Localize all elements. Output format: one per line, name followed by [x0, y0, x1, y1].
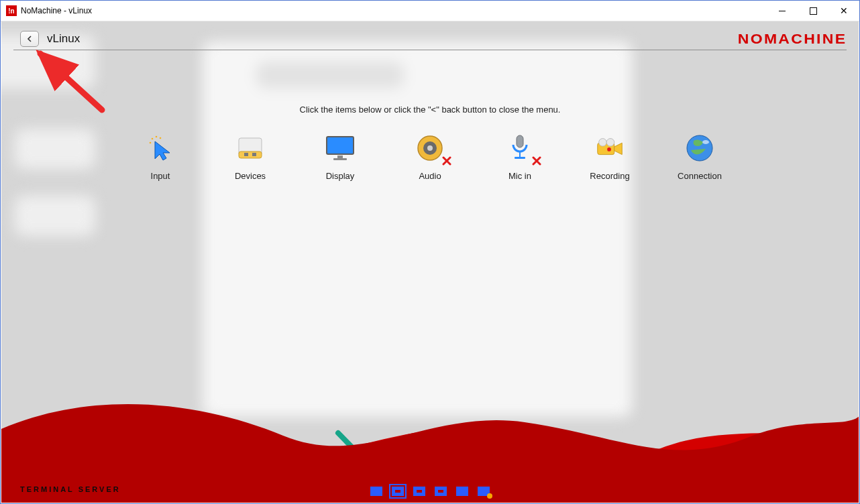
window-title: NoMachine - vLinux — [21, 6, 92, 15]
svg-rect-9 — [337, 155, 343, 158]
svg-point-18 — [599, 139, 607, 147]
svg-rect-6 — [244, 153, 248, 156]
svg-point-19 — [606, 139, 614, 147]
speaker-icon — [414, 132, 446, 164]
menu-item-connection[interactable]: Connection — [676, 132, 724, 181]
microphone-icon — [504, 132, 536, 164]
client-area: vLinux NOMACHINE Click the items below o… — [1, 21, 859, 503]
svg-rect-5 — [239, 151, 262, 158]
svg-point-1 — [156, 136, 158, 138]
error-badge-icon — [442, 156, 451, 166]
svg-rect-14 — [517, 135, 523, 147]
menu-item-mic[interactable]: Mic in — [496, 132, 544, 181]
tray-button-4[interactable] — [435, 487, 447, 496]
tray-button-2[interactable] — [392, 487, 404, 496]
tray-button-3[interactable] — [413, 487, 425, 496]
monitor-icon — [324, 132, 356, 164]
back-button[interactable] — [20, 31, 39, 47]
menu-item-label: Recording — [590, 171, 629, 181]
svg-point-2 — [160, 137, 162, 139]
maximize-button[interactable] — [798, 1, 828, 21]
error-badge-icon — [532, 156, 541, 166]
brand-logo: NOMACHINE — [737, 32, 847, 47]
footer-label: TERMINAL SERVER — [20, 485, 121, 493]
minimize-button[interactable] — [767, 1, 798, 21]
app-window: !n NoMachine - vLinux ✕ vLinux NOMACHINE — [0, 0, 860, 504]
instruction-text: Click the items below or click the "<" b… — [1, 105, 859, 115]
menu-item-audio[interactable]: Audio — [406, 132, 454, 181]
tray-button-5[interactable] — [456, 487, 468, 496]
camcorder-icon — [594, 132, 626, 164]
usb-disk-icon — [234, 132, 266, 164]
svg-point-3 — [150, 142, 152, 144]
footer-tray — [370, 487, 490, 496]
svg-point-20 — [607, 147, 611, 151]
menu-item-display[interactable]: Display — [316, 132, 364, 181]
tray-button-1[interactable] — [370, 487, 382, 496]
menu-item-input[interactable]: Input — [136, 132, 184, 181]
tray-button-6[interactable] — [478, 487, 490, 496]
svg-point-21 — [687, 135, 712, 161]
cursor-icon — [144, 132, 176, 164]
svg-rect-15 — [519, 151, 521, 157]
footer-wave — [1, 389, 859, 503]
session-name: vLinux — [47, 32, 80, 46]
svg-rect-7 — [252, 153, 256, 156]
chevron-left-icon — [26, 36, 33, 42]
menu-item-label: Display — [326, 171, 355, 181]
globe-icon — [684, 132, 716, 164]
menu-item-label: Connection — [678, 171, 722, 181]
menu-item-label: Audio — [419, 171, 441, 181]
close-button[interactable]: ✕ — [828, 1, 859, 21]
menu-grid: Input Devices — [1, 132, 859, 181]
svg-point-0 — [152, 138, 154, 140]
svg-point-13 — [427, 145, 433, 151]
menu-item-label: Mic in — [508, 171, 531, 181]
svg-point-22 — [702, 140, 709, 144]
menu-item-label: Input — [151, 171, 170, 181]
svg-rect-8 — [327, 137, 354, 154]
menu-item-label: Devices — [235, 171, 266, 181]
menu-item-devices[interactable]: Devices — [226, 132, 274, 181]
svg-rect-10 — [333, 158, 347, 160]
titlebar: !n NoMachine - vLinux ✕ — [1, 1, 859, 21]
svg-rect-16 — [515, 157, 525, 159]
app-icon: !n — [6, 5, 17, 16]
panel-header: vLinux NOMACHINE — [1, 21, 859, 56]
header-divider — [13, 50, 847, 50]
menu-item-recording[interactable]: Recording — [586, 132, 634, 181]
